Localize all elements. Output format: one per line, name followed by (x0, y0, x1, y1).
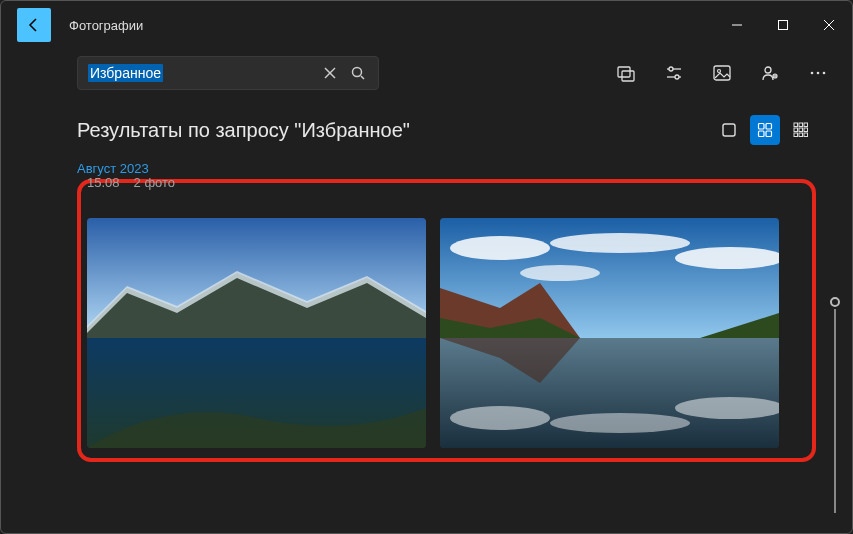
photo-thumbnail[interactable] (87, 218, 426, 448)
svg-rect-23 (723, 124, 735, 136)
svg-point-15 (718, 70, 721, 73)
svg-rect-35 (799, 133, 803, 137)
svg-point-11 (669, 67, 673, 71)
svg-point-20 (811, 72, 814, 75)
app-title: Фотографии (69, 18, 143, 33)
landscape-photo-icon (440, 218, 779, 448)
svg-rect-28 (794, 123, 798, 127)
svg-rect-8 (618, 67, 630, 77)
image-icon (712, 63, 732, 83)
minimize-button[interactable] (714, 1, 760, 49)
more-icon (808, 63, 828, 83)
month-link[interactable]: Август 2023 (77, 161, 149, 176)
timeline-track (834, 309, 836, 513)
heading-row: Результаты по запросу "Избранное" (77, 115, 816, 145)
date-label: 15.08 (87, 175, 120, 190)
minimize-icon (732, 20, 742, 30)
svg-point-6 (353, 68, 362, 77)
svg-rect-25 (766, 124, 772, 130)
clear-search-button[interactable] (316, 59, 344, 87)
svg-rect-34 (794, 133, 798, 137)
filter-button[interactable] (664, 63, 684, 83)
thumbnail-row (87, 218, 806, 448)
search-input[interactable]: Избранное (77, 56, 379, 90)
arrow-left-icon (26, 17, 42, 33)
more-button[interactable] (808, 63, 828, 83)
view-medium-grid-button[interactable] (750, 115, 780, 145)
import-icon (616, 63, 636, 83)
svg-rect-24 (759, 124, 765, 130)
view-small-grid-button[interactable] (786, 115, 816, 145)
back-button[interactable] (17, 8, 51, 42)
svg-rect-26 (759, 131, 765, 137)
people-icon (760, 63, 780, 83)
date-group-header: 15.08 2 фото (87, 175, 806, 190)
svg-point-22 (823, 72, 826, 75)
search-button[interactable] (344, 59, 372, 87)
gallery-highlight-frame: 15.08 2 фото (77, 179, 816, 462)
maximize-button[interactable] (760, 1, 806, 49)
svg-rect-32 (799, 128, 803, 132)
landscape-photo-icon (87, 218, 426, 448)
close-icon (824, 20, 834, 30)
grid-2x2-icon (757, 122, 773, 138)
svg-rect-36 (804, 133, 808, 137)
close-button[interactable] (806, 1, 852, 49)
svg-rect-27 (766, 131, 772, 137)
toolbar-actions (616, 63, 836, 83)
import-button[interactable] (616, 63, 636, 83)
toolbar: Избранное (1, 49, 852, 97)
svg-rect-29 (799, 123, 803, 127)
svg-point-13 (675, 75, 679, 79)
svg-point-16 (765, 67, 771, 73)
svg-point-40 (450, 236, 550, 260)
svg-rect-31 (794, 128, 798, 132)
svg-rect-33 (804, 128, 808, 132)
window-controls (714, 1, 852, 49)
timeline-marker-icon (830, 297, 840, 307)
results-heading: Результаты по запросу "Избранное" (77, 119, 410, 142)
x-icon (323, 66, 337, 80)
svg-rect-9 (622, 71, 634, 81)
svg-point-43 (520, 265, 600, 281)
svg-point-46 (550, 413, 690, 433)
photos-window: Фотографии Избранное (0, 0, 853, 534)
timeline-scrollbar[interactable] (830, 297, 840, 513)
svg-line-7 (361, 76, 364, 79)
photo-thumbnail[interactable] (440, 218, 779, 448)
svg-rect-30 (804, 123, 808, 127)
search-icon (351, 66, 365, 80)
titlebar: Фотографии (1, 1, 852, 49)
content-area: Результаты по запросу "Избранное" Авгус (1, 97, 852, 533)
share-button[interactable] (760, 63, 780, 83)
svg-point-21 (817, 72, 820, 75)
svg-rect-14 (714, 66, 730, 80)
grid-3x3-icon (793, 122, 809, 138)
svg-point-45 (450, 406, 550, 430)
sliders-icon (664, 63, 684, 83)
photo-count-label: 2 фото (134, 175, 176, 190)
square-icon (721, 122, 737, 138)
svg-point-41 (550, 233, 690, 253)
view-toggles (714, 115, 816, 145)
background-button[interactable] (712, 63, 732, 83)
search-value: Избранное (88, 64, 163, 82)
view-single-button[interactable] (714, 115, 744, 145)
maximize-icon (778, 20, 788, 30)
svg-rect-1 (779, 21, 788, 30)
